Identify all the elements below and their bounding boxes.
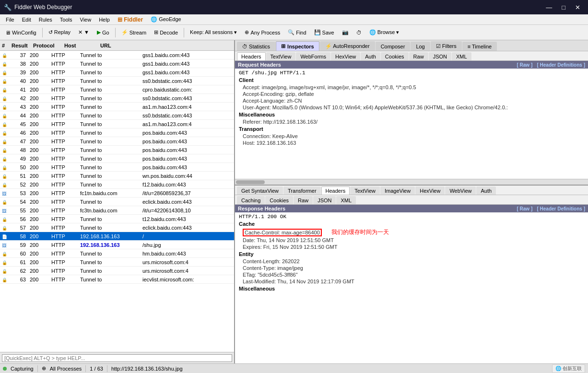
winconfig-button[interactable]: 🖥 WinConfig [2, 28, 40, 37]
req-header-item: Connection: Keep-Alive [235, 133, 588, 140]
table-row[interactable]: 🔒 57 200 HTTP Tunnel to eclick.baidu.com… [0, 223, 234, 232]
menu-tools[interactable]: Tools [56, 16, 76, 23]
table-row[interactable]: 🔒 63 200 HTTP Tunnel to iecvlist.microso… [0, 275, 234, 284]
table-row[interactable]: 🔒 47 200 HTTP Tunnel to pos.baidu.com:44… [0, 137, 234, 146]
decode-button[interactable]: ⊞ Decode [151, 28, 181, 37]
table-row[interactable]: 📄 58 200 HTTP 192.168.136.163 / [0, 232, 234, 241]
table-row[interactable]: 🔒 52 200 HTTP Tunnel to f12.baidu.com:44… [0, 180, 234, 189]
res-tab-webview[interactable]: WebView [445, 186, 476, 195]
request-scrollbar-thumb[interactable] [236, 180, 265, 184]
close-button[interactable]: ✕ [571, 3, 584, 12]
res-tab2-caching[interactable]: Caching [237, 196, 265, 204]
any-process-button[interactable]: ⊕ Any Process [241, 28, 283, 37]
table-row[interactable]: 🔒 39 200 HTTP Tunnel to gss1.baidu.com:4… [0, 68, 234, 77]
row-icon: 🔒 [0, 250, 9, 257]
res-tab2-raw[interactable]: Raw [294, 196, 313, 204]
table-row[interactable]: 🖼 55 200 HTTP fc3tn.baidu.com /it/u=4220… [0, 206, 234, 215]
req-tab-raw[interactable]: Raw [409, 52, 428, 60]
screenshot-button[interactable]: 📷 [339, 28, 352, 37]
row-icon: 🖼 [0, 242, 9, 248]
table-row[interactable]: 🔒 51 200 HTTP Tunnel to wn.pos.baidu.com… [0, 172, 234, 180]
tab-inspectors[interactable]: ⊞ Inspectors [276, 41, 319, 51]
table-row[interactable]: 🔒 54 200 HTTP Tunnel to eclick.baidu.com… [0, 198, 234, 206]
req-tab-textview[interactable]: TextView [266, 52, 296, 60]
res-tab-get-syntaxview[interactable]: Get SyntaxView [237, 186, 283, 195]
row-num: 49 [10, 155, 28, 162]
table-row[interactable]: 🔒 56 200 HTTP Tunnel to t12.baidu.com:44… [0, 215, 234, 223]
menu-edit[interactable]: Edit [18, 16, 35, 23]
maximize-button[interactable]: □ [558, 3, 569, 12]
tab-autoresponder[interactable]: ⚡ AutoResponder [320, 41, 375, 51]
menu-help[interactable]: Help [95, 16, 114, 23]
tab-composer[interactable]: Composer [376, 42, 411, 51]
table-row[interactable]: 🔒 42 200 HTTP Tunnel to ss0.bdstatic.com… [0, 94, 234, 103]
req-header-item: Host: 192.168.136.163 [235, 140, 588, 146]
minimize-button[interactable]: — [542, 3, 556, 12]
tab-statistics[interactable]: ⏱ Statistics [237, 42, 275, 51]
req-tab-webforms[interactable]: WebForms [296, 52, 330, 60]
table-row[interactable]: 🔒 43 200 HTTP Tunnel to as1.m.hao123.com… [0, 103, 234, 111]
replay-button[interactable]: ↺ Replay [45, 28, 74, 37]
request-header-defs-link[interactable]: [ Header Definitions ] [537, 62, 585, 68]
res-tab2-cookies[interactable]: Cookies [265, 196, 293, 204]
menu-view[interactable]: View [76, 16, 95, 23]
response-raw-link[interactable]: [ Raw ] [517, 206, 532, 211]
save-button[interactable]: 💾 Save [311, 28, 338, 37]
actions-button[interactable]: ✕ ▼ [75, 28, 93, 37]
res-tab-hexview[interactable]: HexView [415, 186, 445, 195]
request-raw-link[interactable]: [ Raw ] [517, 62, 532, 68]
find-button[interactable]: 🔍 Find [284, 28, 309, 37]
table-row[interactable]: 🔒 49 200 HTTP Tunnel to pos.baidu.com:44… [0, 154, 234, 163]
quick-exec-input[interactable] [2, 354, 232, 362]
row-icon: 🔒 [0, 69, 9, 76]
row-protocol: HTTP [49, 250, 78, 257]
res-tab-headers[interactable]: Headers [321, 186, 350, 195]
go-button[interactable]: ▶ Go [94, 28, 113, 37]
table-row[interactable]: 🔒 61 200 HTTP Tunnel to urs.microsoft.co… [0, 258, 234, 267]
row-url: / [141, 233, 234, 240]
req-tab-auth[interactable]: Auth [361, 52, 380, 60]
row-host: Tunnel to [78, 259, 141, 266]
table-row[interactable]: 🖼 53 200 HTTP fc1tn.baidu.com /it/u=2860… [0, 189, 234, 198]
table-row[interactable]: 🔒 48 200 HTTP Tunnel to pos.baidu.com:44… [0, 146, 234, 154]
menu-rules[interactable]: Rules [35, 16, 56, 23]
table-row[interactable]: 🔒 37 200 HTTP Tunnel to gss1.baidu.com:4… [0, 51, 234, 59]
table-row[interactable]: 🔒 40 200 HTTP Tunnel to ss0.bdstatic.com… [0, 77, 234, 85]
req-tab-headers[interactable]: Headers [237, 52, 266, 60]
req-tab-json[interactable]: JSON [429, 52, 451, 60]
res-tab2-json[interactable]: JSON [313, 196, 336, 204]
table-header: # Result Protocol Host URL [0, 40, 234, 51]
res-tab-auth[interactable]: Auth [476, 186, 496, 195]
table-row[interactable]: 🖼 59 200 HTTP 192.168.136.163 /shu.jpg [0, 241, 234, 249]
res-tab2-xml[interactable]: XML [336, 196, 356, 204]
req-tab-xml[interactable]: XML [452, 52, 471, 60]
table-row[interactable]: 🔒 62 200 HTTP Tunnel to urs.microsoft.co… [0, 267, 234, 275]
replay-label: ↺ Replay [48, 29, 71, 35]
res-tab-transformer[interactable]: Transformer [283, 186, 321, 195]
table-row[interactable]: 🔒 44 200 HTTP Tunnel to ss0.bdstatic.com… [0, 111, 234, 120]
stream-button[interactable]: ⚡ Stream [118, 28, 150, 37]
table-row[interactable]: 🔒 46 200 HTTP Tunnel to pos.baidu.com:44… [0, 128, 234, 137]
req-tab-hexview[interactable]: HexView [331, 52, 360, 60]
req-tab-cookies[interactable]: Cookies [381, 52, 409, 60]
table-row[interactable]: 🔒 60 200 HTTP Tunnel to hm.baidu.com:443 [0, 249, 234, 258]
row-result: 200 [28, 78, 49, 84]
tab-filters[interactable]: ☑ Filters [431, 41, 462, 51]
table-row[interactable]: 🔒 45 200 HTTP Tunnel to as1.m.hao123.com… [0, 120, 234, 128]
menu-geoedge[interactable]: 🌐 GeoEdge [147, 15, 185, 23]
table-row[interactable]: 🔒 50 200 HTTP Tunnel to pos.baidu.com:44… [0, 163, 234, 172]
res-tab-imageview[interactable]: ImageView [380, 186, 415, 195]
tab-log[interactable]: Log [411, 42, 430, 51]
res-tab-textview[interactable]: TextView [350, 186, 380, 195]
response-header-defs-link[interactable]: [ Header Definitions ] [537, 206, 585, 211]
row-result: 200 [28, 276, 49, 283]
table-row[interactable]: 🔒 41 200 HTTP Tunnel to cpro.baidustatic… [0, 85, 234, 94]
timer-button[interactable]: ⏱ [353, 28, 365, 37]
request-scrollbar[interactable] [235, 179, 588, 185]
menu-file[interactable]: File [2, 16, 18, 23]
keep-button[interactable]: Keep: All sessions ▾ [187, 28, 240, 37]
table-row[interactable]: 🔒 38 200 HTTP Tunnel to gss1.baidu.com:4… [0, 59, 234, 68]
tab-timeline[interactable]: ≡ Timeline [462, 42, 497, 51]
menu-fiddler[interactable]: ⊞ Fiddler [114, 15, 147, 24]
browse-button[interactable]: 🌐 Browse ▾ [366, 28, 403, 37]
